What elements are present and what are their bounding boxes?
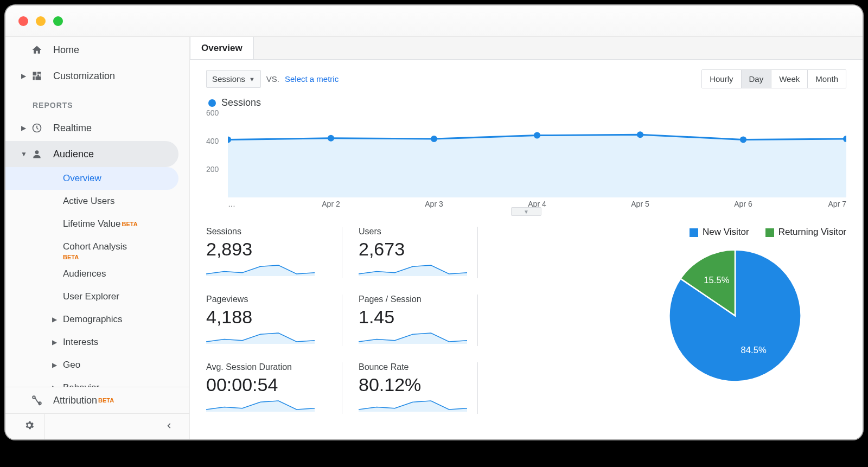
pie-chart-svg[interactable]: 84.5%15.5% (666, 246, 805, 385)
title-bar (5, 5, 863, 37)
divider (44, 414, 45, 439)
granularity-week[interactable]: Week (771, 70, 808, 88)
x-tick: … (228, 200, 235, 208)
metric-row: Sessions2,893Users2,673 (206, 227, 613, 278)
x-tick: Apr 7 (828, 200, 846, 208)
gear-icon[interactable] (24, 420, 35, 433)
expand-icon: ▶ (52, 384, 57, 387)
app-body: Home ▶ Customization REPORTS ▶ (5, 37, 863, 439)
svg-text:84.5%: 84.5% (741, 345, 767, 355)
y-tick: 400 (206, 137, 219, 145)
svg-point-15 (637, 131, 643, 138)
person-icon (30, 149, 43, 159)
sidebar-item-home[interactable]: Home (5, 37, 189, 63)
sidebar-sub-overview[interactable]: Overview (5, 167, 178, 190)
sidebar-heading-reports: REPORTS (5, 89, 189, 115)
pie-block: New VisitorReturning Visitor 84.5%15.5% (624, 227, 846, 414)
minimize-window-button[interactable] (36, 16, 46, 26)
metric-value: 80.12% (359, 374, 461, 395)
metric-selector: Sessions ▼ VS. Select a metric (206, 70, 339, 88)
sidebar-sub-label: Lifetime Value (63, 219, 120, 229)
legend-label: Sessions (221, 97, 261, 108)
sidebar-label: Home (53, 44, 79, 56)
sidebar-sub-label: Geo (63, 360, 80, 370)
sidebar-sub-label: Interests (63, 337, 98, 348)
x-tick: Apr 6 (734, 200, 752, 208)
sidebar-item-audience[interactable]: ▼ Audience (5, 141, 178, 167)
tab-overview[interactable]: Overview (190, 37, 254, 59)
beta-badge: BETA (122, 221, 137, 227)
metric-users[interactable]: Users2,673 (342, 227, 461, 278)
sidebar-label: Realtime (53, 123, 92, 134)
sidebar-sub-demographics[interactable]: ▶Demographics (5, 308, 189, 331)
sidebar-label: Audience (53, 149, 94, 160)
svg-point-16 (740, 136, 746, 143)
metric-pageviews[interactable]: Pageviews4,188 (206, 295, 326, 346)
sidebar-sub-label: Cohort Analysis (63, 241, 127, 252)
sidebar-item-customization[interactable]: ▶ Customization (5, 63, 189, 89)
svg-rect-3 (40, 75, 41, 76)
sidebar-item-attribution[interactable]: Attribution BETA (5, 387, 189, 413)
x-tick: Apr 3 (425, 200, 443, 208)
sidebar-sub-user-explorer[interactable]: User Explorer (5, 285, 189, 308)
metric-pages-session[interactable]: Pages / Session1.45 (342, 295, 461, 346)
expand-icon: ▶ (21, 124, 26, 132)
sidebar-sub-cohort-analysis[interactable]: Cohort Analysis (5, 235, 189, 258)
sidebar-sub-label: Demographics (63, 314, 123, 325)
divider (477, 227, 478, 278)
granularity-toggle: HourlyDayWeekMonth (701, 69, 846, 88)
metric-sessions[interactable]: Sessions2,893 (206, 227, 326, 278)
sidebar-sub-audiences[interactable]: Audiences (5, 263, 189, 285)
sidebar-sub-label: Behavior (63, 382, 99, 387)
metric-bounce-rate[interactable]: Bounce Rate80.12% (342, 362, 461, 414)
legend-dot-icon (208, 99, 216, 107)
granularity-day[interactable]: Day (742, 70, 772, 88)
compare-metric-link[interactable]: Select a metric (285, 74, 339, 84)
sidebar-item-realtime[interactable]: ▶ Realtime (5, 115, 189, 141)
sidebar-sub-interests[interactable]: ▶Interests (5, 331, 189, 354)
beta-badge: BETA (98, 397, 114, 404)
expand-icon: ▶ (52, 338, 57, 346)
sidebar-sub-geo[interactable]: ▶Geo (5, 354, 189, 376)
chart-drag-handle[interactable]: ▼ (511, 207, 541, 216)
metrics-grid: Sessions2,893Users2,673Pageviews4,188Pag… (206, 227, 613, 414)
sidebar-sub-active-users[interactable]: Active Users (5, 190, 189, 213)
metric-label: Avg. Session Duration (206, 362, 326, 372)
close-window-button[interactable] (18, 16, 28, 26)
legend-swatch (690, 228, 698, 237)
expand-icon: ▶ (21, 72, 26, 80)
metric-label: Pageviews (206, 295, 326, 304)
collapse-icon: ▼ (21, 150, 26, 158)
svg-rect-5 (36, 76, 41, 80)
metric-row: Avg. Session Duration00:00:54Bounce Rate… (206, 362, 613, 414)
metric-dropdown-primary[interactable]: Sessions ▼ (206, 70, 261, 88)
legend-swatch (765, 228, 774, 237)
x-tick: Apr 2 (322, 200, 340, 208)
sidebar-sub-label: User Explorer (63, 291, 119, 302)
home-icon (30, 44, 43, 55)
metric-value: 2,893 (206, 239, 326, 260)
pie-legend-item: New Visitor (690, 227, 749, 238)
collapse-sidebar-button[interactable] (165, 421, 173, 432)
granularity-month[interactable]: Month (808, 70, 846, 88)
dropdown-label: Sessions (212, 74, 245, 84)
metric-row: Pageviews4,188Pages / Session1.45 (206, 295, 613, 346)
sidebar-sub-label: Overview (63, 173, 101, 184)
sidebar-sub-behavior[interactable]: ▶Behavior (5, 376, 189, 387)
line-chart-block: Sessions 200400600 …Apr 2Apr 3Apr 4Apr 5… (190, 94, 863, 210)
sidebar: Home ▶ Customization REPORTS ▶ (5, 37, 190, 439)
maximize-window-button[interactable] (53, 16, 63, 26)
granularity-hourly[interactable]: Hourly (702, 70, 741, 88)
line-chart-area[interactable]: 200400600 …Apr 2Apr 3Apr 4Apr 5Apr 6Apr … (206, 113, 846, 210)
expand-icon: ▶ (52, 361, 57, 369)
chart-series-legend: Sessions (206, 94, 846, 113)
clock-icon (30, 123, 43, 133)
dashboard-icon (30, 71, 43, 81)
pie-wrap: 84.5%15.5% (624, 246, 846, 385)
y-tick: 200 (206, 165, 219, 174)
metric-avg-session-duration[interactable]: Avg. Session Duration00:00:54 (206, 362, 326, 414)
metric-value: 4,188 (206, 306, 326, 328)
sidebar-sub-lifetime-value[interactable]: Lifetime ValueBETA (5, 213, 189, 235)
browser-window: Home ▶ Customization REPORTS ▶ (5, 5, 863, 439)
vs-label: VS. (266, 74, 279, 84)
